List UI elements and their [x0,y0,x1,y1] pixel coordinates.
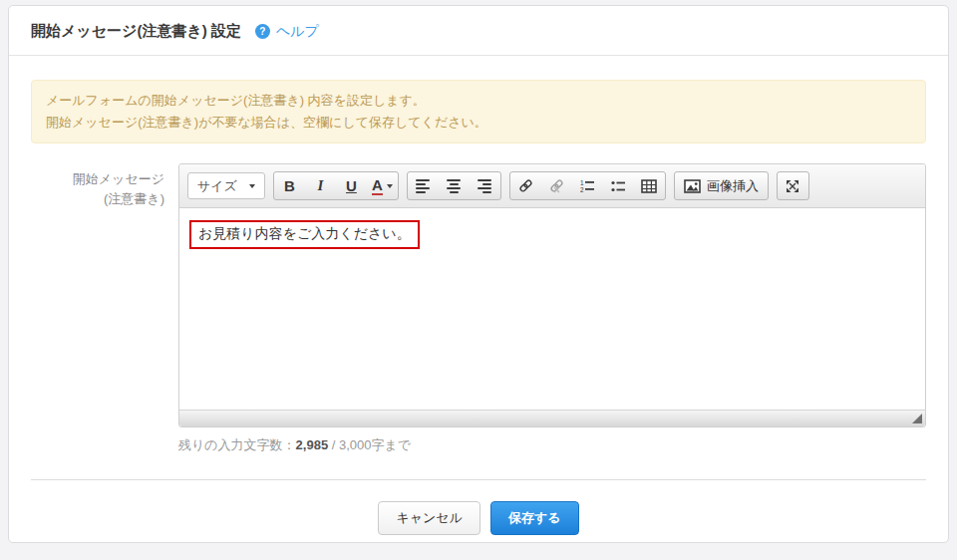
svg-text:1: 1 [580,179,584,186]
link-button[interactable] [510,172,541,199]
save-button[interactable]: 保存する [490,501,579,535]
insert-image-label: 画像挿入 [707,177,759,195]
editor-content-area[interactable]: お見積り内容をご入力ください。 [179,208,925,410]
form-row: 開始メッセージ (注意書き) サイズ B I U [31,163,926,454]
text-style-group: B I U A [273,171,399,200]
underline-button[interactable]: U [336,172,367,199]
rich-text-editor: サイズ B I U A [178,163,926,427]
align-right-icon [478,179,491,193]
text-color-button[interactable]: A [367,172,398,199]
notice-line-1: メールフォームの開始メッセージ(注意書き) 内容を設定します。 [46,90,911,112]
field-label-line-2: (注意書き) [31,189,164,209]
page-header: 開始メッセージ(注意書き) 設定 ? ヘルプ [9,6,948,56]
align-center-button[interactable] [439,172,470,199]
help-link[interactable]: ヘルプ [276,23,319,41]
unlink-icon [549,178,564,193]
help-question-icon[interactable]: ? [255,24,270,39]
fullscreen-icon [786,179,799,193]
ordered-list-icon: 1 2 [580,179,595,193]
editor-content-text: お見積り内容をご入力ください。 [198,225,411,241]
table-button[interactable] [634,172,665,199]
unlink-button[interactable] [541,172,572,199]
image-insert-group: 画像挿入 [674,171,769,200]
char-count-suffix: / 3,000字まで [328,437,411,452]
link-icon [518,178,533,193]
annotation-highlight-box: お見積り内容をご入力ください。 [189,220,420,249]
underline-icon: U [346,177,357,194]
insert-group: 1 2 [509,171,666,200]
align-left-button[interactable] [408,172,439,199]
page-title: 開始メッセージ(注意書き) 設定 [31,22,241,41]
fullscreen-group [777,171,809,200]
editor-toolbar: サイズ B I U A [179,164,925,208]
action-buttons: キャンセル 保存する [9,501,948,535]
image-icon [684,179,701,193]
field-label: 開始メッセージ (注意書き) [31,163,178,454]
ordered-list-button[interactable]: 1 2 [572,172,603,199]
char-count-remaining: 2,985 [296,437,329,452]
editor-status-bar [179,410,925,426]
text-color-icon: A [372,177,383,195]
resize-handle-icon[interactable] [912,414,922,423]
align-left-icon [416,179,430,193]
bold-icon: B [284,177,295,194]
notice-box: メールフォームの開始メッセージ(注意書き) 内容を設定します。 開始メッセージ(… [31,80,926,143]
char-count: 残りの入力文字数：2,985 / 3,000字まで [178,436,926,454]
cancel-button[interactable]: キャンセル [378,501,480,535]
svg-text:2: 2 [580,186,584,193]
alignment-group [407,171,501,200]
insert-image-button[interactable]: 画像挿入 [675,172,768,199]
footer-divider [31,479,926,480]
settings-card: 開始メッセージ(注意書き) 設定 ? ヘルプ メールフォームの開始メッセージ(注… [8,5,949,543]
bulleted-list-button[interactable] [603,172,634,199]
bold-button[interactable]: B [274,172,305,199]
field-label-line-1: 開始メッセージ [31,169,164,189]
align-right-button[interactable] [470,172,500,199]
font-size-dropdown[interactable]: サイズ [187,172,265,199]
align-center-icon [447,179,461,193]
italic-button[interactable]: I [305,172,336,199]
char-count-prefix: 残りの入力文字数： [178,437,296,452]
table-icon [641,179,657,193]
fullscreen-button[interactable] [778,172,808,199]
italic-icon: I [318,177,324,194]
chevron-down-icon [249,184,255,188]
notice-line-2: 開始メッセージ(注意書き)が不要な場合は、空欄にして保存してください。 [46,112,911,134]
chevron-down-icon [387,184,393,188]
font-size-dropdown-label: サイズ [197,177,237,195]
bulleted-list-icon [611,179,626,193]
